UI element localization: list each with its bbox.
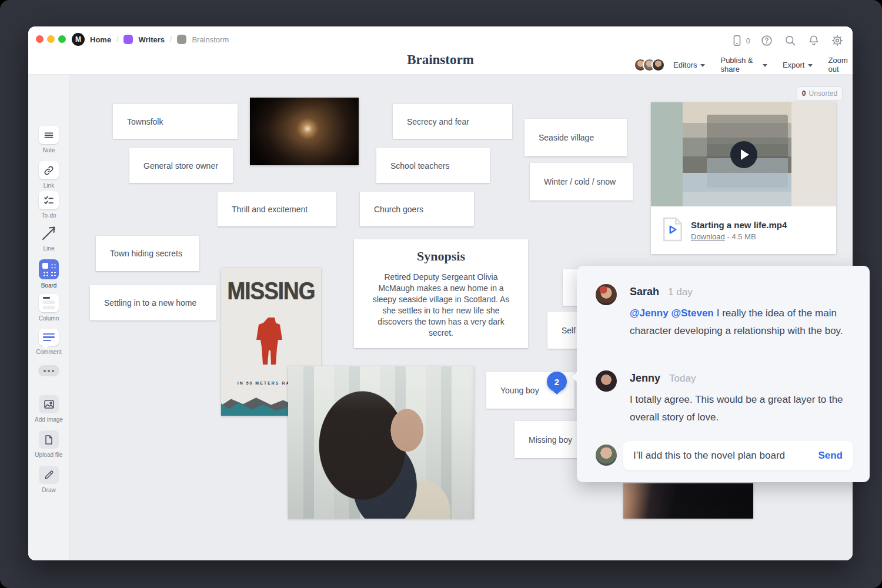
app-logo-icon[interactable]: M (72, 33, 85, 46)
comment-message: @Jenny @StevenI really the idea of the m… (630, 305, 852, 340)
chevron-down-icon (763, 64, 767, 67)
image-card-dark-figure[interactable] (623, 483, 753, 519)
tool-link[interactable]: Link (28, 161, 69, 189)
image-card-tunnel[interactable] (250, 98, 359, 165)
avatar (652, 58, 665, 72)
search-icon[interactable] (783, 34, 797, 48)
download-link[interactable]: Download (691, 232, 725, 241)
play-button[interactable] (730, 141, 757, 168)
tool-upload-file[interactable]: Upload file (28, 430, 69, 458)
add-image-icon (39, 395, 59, 413)
tool-draw[interactable]: Draw (28, 466, 69, 493)
zoom-out-button[interactable]: Zoom out (828, 56, 853, 74)
breadcrumb-board[interactable]: Brainstorm (192, 35, 229, 44)
breadcrumb-workspace[interactable]: Writers (138, 35, 165, 44)
header-controls: Editors Publish & share Export Zoom out (634, 56, 853, 74)
breadcrumb: M Home / Writers / Brainstorm (72, 32, 229, 46)
more-ellipsis-icon (38, 365, 59, 376)
poster-headline: MISSING (221, 277, 321, 305)
help-icon[interactable] (760, 34, 774, 48)
note-card-thrill-and-excitement[interactable]: Thrill and excitement (218, 192, 336, 226)
tool-board[interactable]: Board (28, 259, 69, 289)
synopsis-body: Retired Deputy Sergeant Olivia McMaugh m… (369, 272, 513, 339)
video-file-row: Starting a new life.mp4 Download - 4.5 M… (651, 206, 836, 254)
comment-author: Sarah (630, 286, 659, 298)
editor-avatars[interactable] (634, 58, 665, 72)
draw-pencil-icon (39, 466, 59, 484)
line-arrow-icon (40, 225, 58, 242)
comment-panel: Sarah 1 day @Jenny @StevenI really the i… (577, 266, 870, 482)
tool-column[interactable]: Column (28, 294, 69, 322)
poster-figure (252, 316, 290, 383)
todo-checklist-icon (39, 191, 59, 209)
comment-pin[interactable]: 2 (547, 372, 567, 392)
synopsis-title: Synopsis (417, 249, 465, 264)
device-count: 0 (746, 36, 750, 45)
note-card-church-goers[interactable]: Church goers (360, 192, 474, 226)
tool-note[interactable]: Note (28, 126, 69, 153)
note-card-winter-cold-snow[interactable]: Winter / cold / snow (530, 163, 633, 201)
video-filename: Starting a new life.mp4 (691, 220, 787, 230)
comment-timestamp: 1 day (668, 286, 693, 298)
video-card[interactable]: Starting a new life.mp4 Download - 4.5 M… (651, 102, 836, 254)
notifications-bell-icon[interactable] (807, 34, 821, 48)
mention-links[interactable]: @Jenny @Steven (630, 308, 714, 319)
breadcrumb-separator: / (170, 35, 172, 44)
comment-header: Jenny Today (630, 372, 696, 385)
comment-message: I totally agree. This would be a great l… (630, 391, 852, 426)
comment-author: Jenny (630, 372, 660, 384)
note-card-settling-in[interactable]: Settling in to a new home (90, 285, 216, 320)
note-card-town-hiding-secrets[interactable]: Town hiding secrets (96, 236, 199, 271)
comment-input[interactable] (633, 450, 812, 462)
workspace-color-icon (123, 35, 133, 44)
comment-timestamp: Today (669, 373, 696, 384)
upload-file-icon (39, 430, 59, 449)
export-button[interactable]: Export (783, 61, 813, 69)
link-icon (39, 161, 59, 179)
note-card-secrecy-and-fear[interactable]: Secrecy and fear (393, 104, 512, 139)
tool-more[interactable] (28, 365, 69, 376)
settings-gear-icon[interactable] (830, 34, 844, 48)
tool-add-image[interactable]: Add image (28, 395, 69, 423)
breadcrumb-separator: / (116, 35, 118, 44)
tool-todo[interactable]: To-do (28, 191, 69, 219)
publish-share-button[interactable]: Publish & share (720, 56, 767, 74)
video-thumbnail (651, 102, 836, 206)
avatar-current-user (596, 445, 617, 466)
synopsis-card[interactable]: Synopsis Retired Deputy Sergeant Olivia … (354, 239, 528, 348)
board-icon (39, 259, 59, 279)
desktop-background: M Home / Writers / Brainstorm 0 (0, 0, 882, 588)
tool-line[interactable]: Line (28, 225, 69, 252)
top-bar: M Home / Writers / Brainstorm 0 (28, 26, 853, 75)
window-close-button[interactable] (36, 35, 44, 43)
editors-menu-button[interactable]: Editors (673, 61, 705, 69)
board-color-icon (177, 35, 186, 44)
unsorted-badge[interactable]: 0 Unsorted (797, 86, 843, 101)
image-card-woman-portrait[interactable] (288, 366, 474, 519)
note-card-school-teachers[interactable]: School teachers (376, 148, 490, 183)
tool-comment[interactable]: Comment (28, 329, 69, 355)
play-icon (741, 149, 749, 160)
send-button[interactable]: Send (818, 450, 843, 462)
window-minimize-button[interactable] (47, 35, 55, 43)
avatar-jenny (596, 370, 617, 392)
video-file-icon (663, 217, 683, 244)
file-size: 4.5 MB (731, 232, 756, 241)
comment-header: Sarah 1 day (630, 286, 693, 298)
chevron-down-icon (808, 64, 813, 67)
top-icon-group: 0 (730, 34, 844, 48)
note-card-general-store-owner[interactable]: General store owner (129, 148, 233, 183)
chevron-down-icon (700, 64, 705, 67)
mobile-device-icon[interactable] (730, 34, 744, 48)
avatar-sarah (596, 284, 617, 305)
window-zoom-button[interactable] (58, 35, 66, 43)
note-card-seaside-village[interactable]: Seaside village (524, 119, 627, 156)
breadcrumb-home[interactable]: Home (90, 35, 111, 44)
column-icon (39, 294, 59, 312)
comment-composer: Send (623, 441, 853, 470)
comment-bubble-icon (39, 329, 59, 346)
note-icon (39, 126, 59, 144)
note-card-townsfolk[interactable]: Townsfolk (113, 104, 238, 139)
tool-sidebar: Note Link To-do Line (28, 75, 69, 560)
